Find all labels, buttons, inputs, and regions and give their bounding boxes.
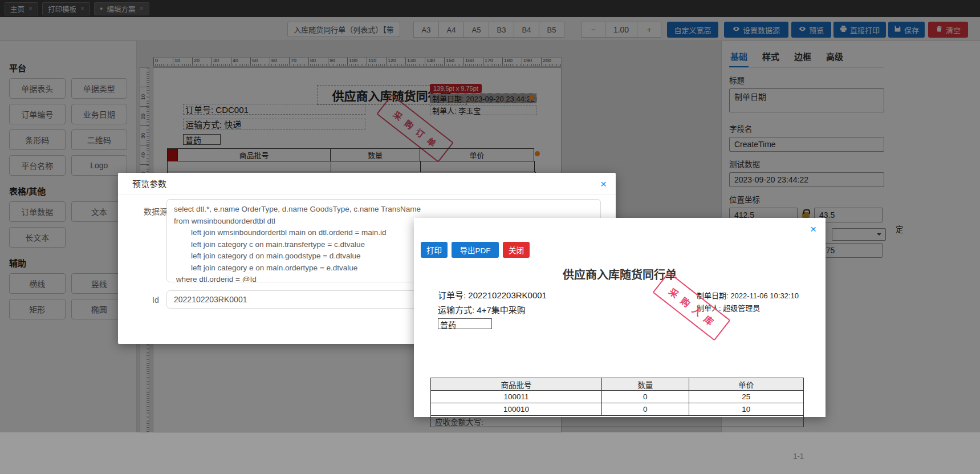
doc-table-row: 100011 0 25 xyxy=(431,390,803,403)
close-icon[interactable]: × xyxy=(810,224,816,234)
doc-table-row: 100010 0 10 xyxy=(431,403,803,415)
doc-create-date: 制单日期: 2022-11-06 10:32:10 xyxy=(697,290,799,301)
print-button[interactable]: 打印 xyxy=(421,242,448,258)
doc-transport: 运输方式: 4+7集中采购 xyxy=(438,303,526,315)
doc-table-header: 数量 xyxy=(601,378,689,390)
doc-table-header-row: 商品批号 数量 单价 xyxy=(431,378,803,390)
doc-order-no: 订单号: 2022102203RK0001 xyxy=(438,289,547,301)
doc-table-cell: 25 xyxy=(689,391,803,403)
doc-table-cell: 10 xyxy=(689,403,803,415)
doc-table-cell: 0 xyxy=(601,403,689,415)
doc-title: 供应商入库随货同行单 xyxy=(414,266,826,282)
export-pdf-button[interactable]: 导出PDF xyxy=(452,242,499,258)
page-number: 1-1 xyxy=(793,452,804,460)
print-preview-modal: × 打印 导出PDF 关闭 供应商入库随货同行单 订单号: 2022102203… xyxy=(414,218,826,417)
id-label: Id xyxy=(152,295,159,305)
doc-table: 商品批号 数量 单价 100011 0 25 100010 0 10 应收金额大… xyxy=(430,378,804,427)
doc-table-header: 商品批号 xyxy=(431,378,601,390)
doc-table-cell: 100010 xyxy=(431,403,601,415)
doc-table-cell: 0 xyxy=(601,391,689,403)
doc-table-cell: 100011 xyxy=(431,391,601,403)
datasource-label: 数据源 xyxy=(144,205,168,217)
preview-params-title: 预览参数 xyxy=(118,173,616,195)
doc-amount-row: 应收金额大写: xyxy=(431,415,803,427)
close-preview-button[interactable]: 关闭 xyxy=(503,242,530,258)
doc-table-header: 单价 xyxy=(689,378,803,390)
document-preview: 供应商入库随货同行单 订单号: 2022102203RK0001 制单日期: 2… xyxy=(414,266,826,282)
doc-goods-type: 普药 xyxy=(438,318,492,329)
close-icon[interactable]: × xyxy=(600,179,607,189)
